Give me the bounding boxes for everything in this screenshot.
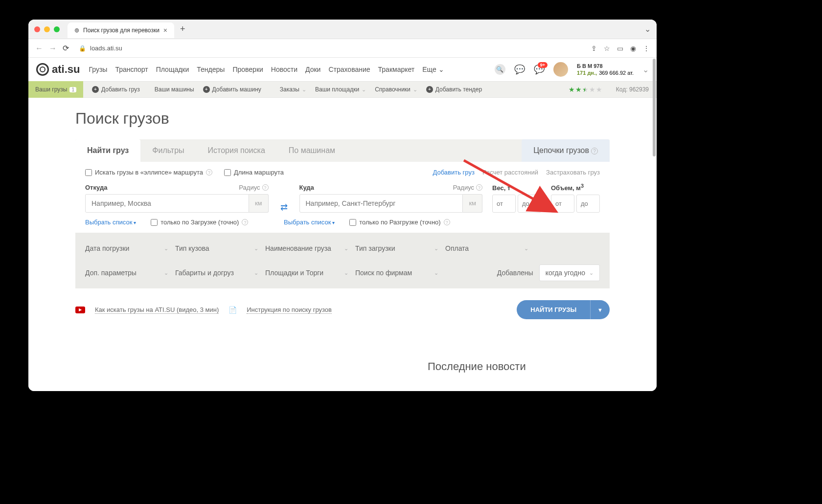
nav-tenders[interactable]: Тендеры	[197, 66, 225, 73]
distance-link[interactable]: Расчет расстояний	[482, 169, 538, 176]
find-button-group: НАЙТИ ГРУЗЫ ▼	[517, 300, 610, 319]
nav-insurance[interactable]: Страхование	[328, 66, 370, 73]
nav-platforms[interactable]: Площадки	[156, 66, 189, 73]
ellipse-checkbox[interactable]: Искать грузы в «эллипсе» маршрута ?	[85, 169, 212, 176]
nav-news[interactable]: Новости	[271, 66, 297, 73]
add-tender-button[interactable]: +Добавить тендер	[426, 86, 482, 93]
star-icon: ★	[596, 86, 602, 93]
search-form: Найти груз Фильтры История поиска По маш…	[75, 139, 610, 288]
page-title: Поиск грузов	[75, 110, 610, 128]
added-select[interactable]: когда угодно⌄	[539, 264, 600, 281]
weight-from-input[interactable]	[492, 195, 516, 213]
tab-load-chains[interactable]: Цепочки грузов?	[522, 139, 610, 162]
add-load-button[interactable]: +Добавить груз	[92, 86, 140, 93]
browser-actions: ⇪ ☆ ▭ ◉ ⋮	[591, 44, 650, 52]
logo[interactable]: ati.su	[36, 63, 80, 76]
help-icon: ?	[262, 184, 269, 191]
tab-filters[interactable]: Фильтры	[140, 139, 196, 162]
video-help-link[interactable]: Как искать грузы на ATI.SU (видео, 3 мин…	[95, 306, 219, 314]
your-loads-button[interactable]: Ваши грузы 1	[28, 81, 83, 98]
close-window-button[interactable]	[34, 26, 40, 32]
add-truck-button[interactable]: +Добавить машину	[203, 86, 261, 93]
chat-icon[interactable]: 💬	[514, 64, 525, 75]
minimize-window-button[interactable]	[44, 26, 50, 32]
firm-search-select[interactable]: Поиск по фирмам⌄	[355, 264, 438, 282]
nav-loads[interactable]: Грузы	[89, 66, 107, 73]
plus-icon: +	[426, 86, 433, 93]
tab-by-trucks[interactable]: По машинам	[277, 139, 347, 162]
swap-button[interactable]: ⇄	[278, 202, 290, 213]
help-icon: ?	[206, 169, 212, 175]
to-label: Куда	[299, 184, 314, 191]
header-right: 🔍 💬 💬9+ Б В М 978 171 дн., 369 666.92 ат…	[495, 62, 649, 77]
user-chevron-icon[interactable]: ⌄	[642, 65, 649, 74]
browser-window: ⊚ Поиск грузов для перевозки × + ⌄ ← → ⟳…	[28, 20, 657, 391]
share-icon[interactable]: ⇪	[591, 44, 597, 52]
select-list-from[interactable]: Выбрать список	[85, 219, 136, 226]
star-icon: ★	[582, 86, 589, 93]
star-icon: ★	[575, 86, 582, 93]
scrollbar[interactable]	[653, 59, 656, 156]
user-info[interactable]: Б В М 978 171 дн., 369 666.92 ат.	[577, 63, 634, 77]
load-type-select[interactable]: Тип загрузки⌄	[355, 240, 438, 257]
volume-from-input[interactable]	[551, 195, 574, 213]
extra-params-select[interactable]: Доп. параметры⌄	[85, 264, 168, 282]
notifications-icon[interactable]: 💬9+	[534, 64, 545, 75]
search-fields: Откуда Радиус ? км ⇄ Куда Радиус ?	[75, 183, 610, 219]
nav-docs[interactable]: Доки	[305, 66, 320, 73]
orders-dropdown[interactable]: Заказы ⌄	[280, 86, 306, 93]
tab-find-load[interactable]: Найти груз	[75, 139, 140, 162]
find-loads-dropdown[interactable]: ▼	[590, 300, 610, 319]
reload-button[interactable]: ⟳	[63, 44, 69, 53]
toolbar: Ваши грузы 1 +Добавить груз Ваши машины …	[28, 81, 657, 98]
sidepanel-icon[interactable]: ▭	[617, 44, 623, 52]
browser-tab[interactable]: ⊚ Поиск грузов для перевозки ×	[68, 22, 174, 38]
from-input[interactable]	[85, 194, 249, 213]
platforms-select[interactable]: Площадки и Торги⌄	[265, 264, 348, 282]
bookmark-icon[interactable]: ☆	[604, 44, 610, 52]
dimensions-select[interactable]: Габариты и догруз⌄	[175, 264, 258, 282]
add-load-link[interactable]: Добавить груз	[433, 169, 475, 176]
profile-icon[interactable]: ◉	[630, 44, 636, 52]
nav-truckmarket[interactable]: Тракмаркет	[378, 66, 415, 73]
main-nav: Грузы Транспорт Площадки Тендеры Проверк…	[89, 66, 444, 73]
directories-dropdown[interactable]: Справочники ⌄	[375, 86, 417, 93]
forward-button[interactable]: →	[49, 44, 57, 53]
weight-to-input[interactable]	[518, 195, 541, 213]
only-load-checkbox[interactable]: только по Загрузке (точно) ?	[151, 219, 248, 226]
menu-icon[interactable]: ⋮	[643, 44, 650, 52]
find-loads-button[interactable]: НАЙТИ ГРУЗЫ	[517, 300, 590, 319]
load-date-select[interactable]: Дата погрузки⌄	[85, 240, 168, 257]
avatar[interactable]	[553, 62, 568, 77]
tab-history[interactable]: История поиска	[196, 139, 277, 162]
cargo-name-select[interactable]: Наименование груза⌄	[265, 240, 348, 257]
select-list-to[interactable]: Выбрать список	[284, 219, 335, 226]
nav-checks[interactable]: Проверки	[232, 66, 263, 73]
page-body: Поиск грузов Найти груз Фильтры История …	[28, 98, 657, 385]
your-trucks-button[interactable]: Ваши машины	[155, 86, 194, 93]
volume-to-input[interactable]	[576, 195, 600, 213]
plus-icon: +	[203, 86, 210, 93]
your-platforms-dropdown[interactable]: Ваши площадки ⌄	[315, 86, 366, 93]
route-length-checkbox[interactable]: Длина маршрута	[224, 169, 284, 176]
instruction-link[interactable]: Инструкция по поиску грузов	[247, 306, 332, 314]
nav-transport[interactable]: Транспорт	[115, 66, 148, 73]
chevron-down-icon[interactable]: ⌄	[644, 24, 651, 34]
search-options-row: Искать грузы в «эллипсе» маршрута ? Длин…	[75, 162, 610, 183]
notification-badge: 9+	[538, 62, 548, 68]
nav-more[interactable]: Еще ⌄	[422, 66, 444, 73]
back-button[interactable]: ←	[35, 44, 43, 53]
search-icon[interactable]: 🔍	[495, 64, 505, 75]
help-icon: ?	[242, 219, 248, 225]
close-tab-icon[interactable]: ×	[163, 26, 167, 34]
insure-link[interactable]: Застраховать груз	[546, 169, 600, 176]
body-type-select[interactable]: Тип кузова⌄	[175, 240, 258, 257]
new-tab-button[interactable]: +	[180, 24, 185, 34]
payment-select[interactable]: Оплата⌄	[445, 240, 528, 257]
logo-text: ati.su	[52, 63, 80, 76]
volume-label: Объем, м3	[551, 183, 584, 192]
to-input[interactable]	[299, 194, 463, 213]
maximize-window-button[interactable]	[54, 26, 60, 32]
url-field[interactable]: 🔒 loads.ati.su	[79, 44, 122, 52]
only-unload-checkbox[interactable]: только по Разгрузке (точно) ?	[349, 219, 450, 226]
